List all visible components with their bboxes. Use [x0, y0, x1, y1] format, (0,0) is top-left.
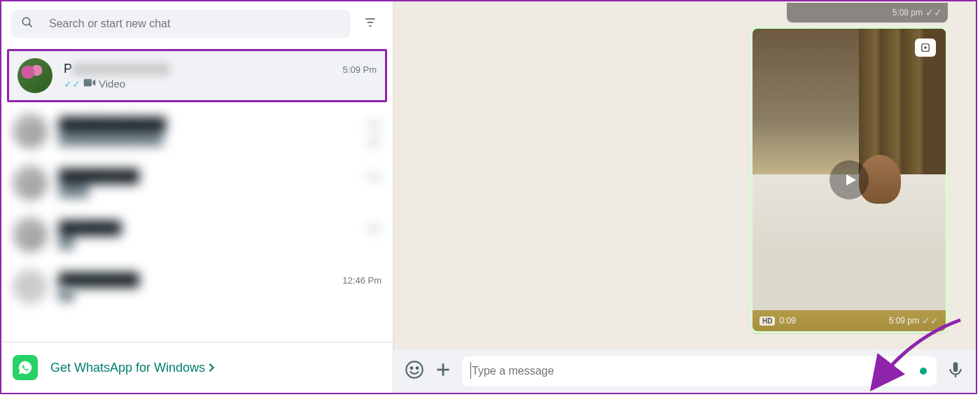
chat-name: ████████████ [59, 117, 166, 132]
svg-point-11 [406, 361, 422, 377]
attach-icon[interactable] [434, 361, 452, 382]
chat-row[interactable]: ████████████ Pm ██████████████ [1, 105, 393, 157]
mute-icon [369, 136, 382, 151]
promo-banner[interactable]: Get WhatsApp for Windows [1, 342, 393, 393]
mic-icon[interactable] [946, 361, 965, 382]
emoji-icon[interactable] [405, 360, 424, 382]
svg-line-1 [29, 25, 32, 27]
video-thumbnail[interactable]: HD 0:09 5:09 pm ✓✓ [752, 29, 946, 331]
svg-point-12 [411, 367, 413, 369]
hd-badge: HD [760, 316, 775, 326]
avatar [13, 113, 48, 148]
message-time: 5:09 pm [889, 316, 919, 326]
message-time: 5:08 pm [892, 8, 923, 18]
svg-rect-5 [84, 79, 92, 87]
svg-rect-2 [365, 18, 374, 20]
chat-area: 5:08 pm ✓✓ [393, 1, 976, 393]
message-composer [393, 349, 976, 393]
search-bar [1, 1, 393, 46]
avatar [18, 58, 52, 93]
video-footer: HD 0:09 5:09 pm ✓✓ [752, 310, 946, 331]
message-list: 5:08 pm ✓✓ [393, 1, 976, 349]
chat-time: Pm [368, 172, 382, 182]
promo-text: Get WhatsApp for Windows [50, 361, 215, 375]
reels-icon [915, 39, 936, 57]
avatar [13, 269, 48, 304]
svg-rect-4 [369, 25, 371, 27]
chat-row[interactable]: █████████ Pm ████ [1, 157, 393, 209]
read-checks-icon: ✓✓ [64, 78, 80, 90]
search-box[interactable] [11, 10, 351, 38]
chat-name: P [64, 62, 170, 76]
svg-point-0 [22, 18, 30, 25]
video-duration: 0:09 [779, 316, 795, 326]
message-bubble-prev[interactable]: 5:08 pm ✓✓ [787, 3, 948, 22]
svg-rect-3 [368, 22, 373, 23]
video-icon [83, 78, 96, 90]
whatsapp-logo-icon [13, 355, 38, 380]
message-input-wrap[interactable] [462, 356, 937, 386]
play-button[interactable] [830, 160, 869, 200]
sidebar: P 5:09 Pm ✓✓ Video ███████ [1, 1, 393, 393]
chat-time: 5:09 Pm [343, 64, 377, 75]
read-checks-icon: ✓✓ [922, 315, 939, 326]
avatar [13, 217, 48, 252]
search-icon [21, 16, 34, 32]
chat-time: Pm [368, 223, 382, 234]
chat-row[interactable]: █████████ 12:46 Pm ██ [1, 260, 393, 312]
avatar [13, 165, 48, 200]
search-input[interactable] [49, 18, 341, 30]
chat-preview: ✓✓ Video [64, 78, 377, 90]
status-dot [920, 368, 927, 375]
chat-time: Pm [368, 120, 382, 130]
filter-icon[interactable] [358, 10, 383, 38]
svg-point-13 [416, 367, 419, 369]
chat-row-selected[interactable]: P 5:09 Pm ✓✓ Video [7, 49, 387, 102]
chat-list: P 5:09 Pm ✓✓ Video ███████ [1, 46, 393, 342]
message-input[interactable] [472, 365, 920, 377]
read-checks-icon: ✓✓ [925, 7, 942, 18]
chat-row[interactable]: ███████ Pm ██ [1, 209, 393, 260]
message-bubble-video[interactable]: HD 0:09 5:09 pm ✓✓ [750, 27, 948, 333]
chat-time: 12:46 Pm [342, 275, 382, 286]
